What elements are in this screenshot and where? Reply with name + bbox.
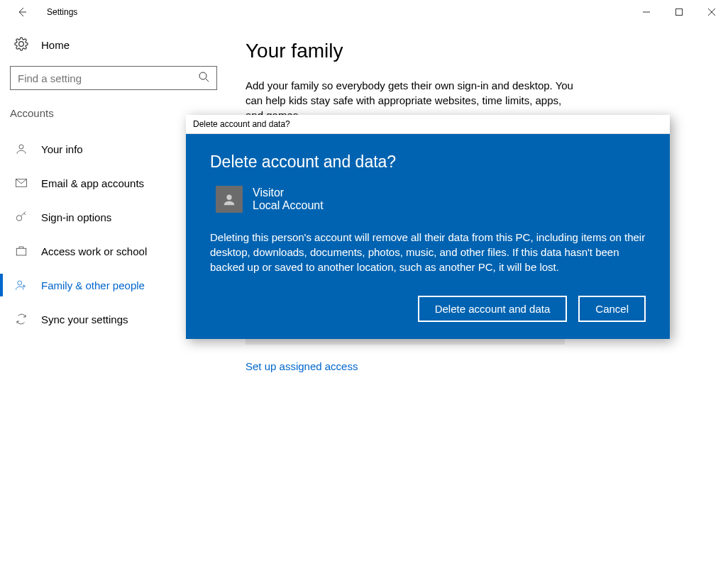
svg-point-8 (226, 195, 231, 200)
dialog-user-name: Visitor (253, 186, 324, 199)
close-button[interactable] (695, 0, 728, 24)
window-title: Settings (47, 7, 77, 17)
svg-point-6 (18, 281, 22, 285)
dialog-user-type: Local Account (253, 199, 324, 212)
svg-rect-0 (676, 9, 683, 16)
person-icon (14, 143, 28, 155)
confirm-delete-button[interactable]: Delete account and data (418, 296, 568, 322)
svg-point-1 (199, 72, 206, 79)
nav-label: Sign-in options (41, 211, 111, 223)
svg-point-4 (16, 216, 22, 221)
cancel-button[interactable]: Cancel (578, 296, 646, 322)
assigned-access-link[interactable]: Set up assigned access (246, 360, 358, 372)
dialog-header: Delete account and data? (186, 115, 670, 134)
gear-icon (14, 37, 28, 53)
mail-icon (14, 177, 28, 189)
maximize-button[interactable] (663, 0, 695, 24)
search-box[interactable] (10, 66, 217, 90)
people-icon (14, 279, 28, 291)
minimize-button[interactable] (630, 0, 663, 24)
nav-label: Sync your settings (41, 313, 128, 325)
dialog-warning: Deleting this person's account will remo… (210, 230, 646, 274)
svg-rect-5 (16, 248, 26, 255)
page-title: Your family (246, 40, 700, 62)
nav-label: Access work or school (41, 245, 147, 257)
nav-label: Family & other people (41, 279, 145, 291)
nav-label: Your info (41, 143, 83, 155)
dialog-avatar-icon (216, 186, 243, 213)
back-button[interactable] (10, 6, 34, 18)
briefcase-icon (14, 245, 28, 257)
key-icon (14, 211, 28, 223)
titlebar: Settings (0, 0, 728, 24)
home-label: Home (41, 39, 70, 51)
sync-icon (14, 313, 28, 325)
dialog-title: Delete account and data? (210, 152, 646, 172)
nav-label: Email & app accounts (41, 177, 144, 189)
search-icon (198, 71, 209, 85)
svg-point-2 (19, 145, 23, 149)
home-link[interactable]: Home (10, 37, 217, 53)
delete-account-dialog: Delete account and data? Delete account … (186, 115, 670, 339)
search-input[interactable] (18, 72, 198, 84)
